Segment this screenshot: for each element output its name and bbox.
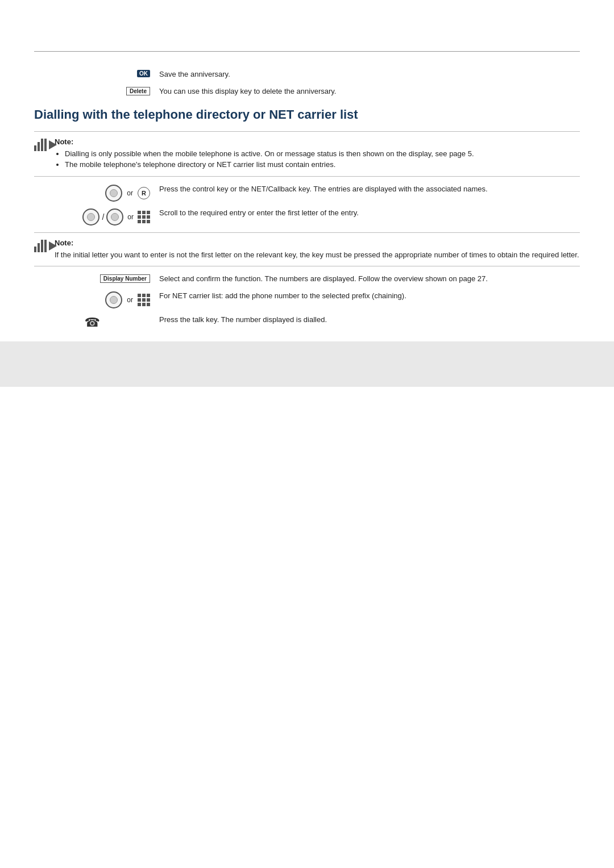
net-left: or [34, 290, 159, 308]
or-text-1: or [127, 189, 133, 197]
nav-circle-1 [105, 185, 122, 202]
bars-icon-1 [34, 139, 47, 151]
delete-row: Delete You can use this display key to d… [34, 86, 580, 97]
phone-icon: ☎ [85, 315, 100, 330]
note-item-1-0: Dialling is only possible when the mobil… [65, 148, 580, 160]
note-list-1: Dialling is only possible when the mobil… [65, 148, 580, 170]
talk-row: ☎ Press the talk key. The number display… [34, 314, 580, 330]
control-r-left: or R [34, 183, 159, 202]
net-right: For NET carrier list: add the phone numb… [159, 290, 580, 302]
talk-left: ☎ [34, 314, 159, 330]
delete-left: Delete [34, 86, 159, 95]
ok-row: OK Save the anniversary. [34, 69, 580, 80]
control-r-right: Press the control key or the NET/Callbac… [159, 183, 580, 195]
nav-circle-3 [106, 208, 123, 226]
content-area: OK Save the anniversary. Delete You can … [34, 52, 580, 330]
scroll-right: Scroll to the required entry or enter th… [159, 207, 580, 219]
or-text-3: or [127, 296, 133, 304]
display-number-right: Select and confirm the function. The num… [159, 273, 580, 285]
note-content-1: Note: Dialling is only possible when the… [55, 137, 580, 170]
scroll-row: / or Scroll to the required entry or ent… [34, 207, 580, 226]
section-title: Dialling with the telephone directory or… [34, 107, 580, 123]
talk-right: Press the talk key. The number displayed… [159, 314, 580, 326]
r-circle: R [138, 187, 150, 199]
note-item-1-1: The mobile telephone's telephone directo… [65, 159, 580, 170]
page-container: OK Save the anniversary. Delete You can … [0, 51, 614, 868]
ok-left: OK [34, 69, 159, 77]
note-icon-1 [34, 137, 55, 151]
display-number-key: Display Number [100, 274, 150, 283]
ok-right: Save the anniversary. [159, 69, 580, 80]
note-title-1: Note: [55, 137, 580, 146]
grey-section [0, 341, 614, 387]
scroll-left: / or [34, 207, 159, 226]
delete-key-label: Delete [126, 87, 150, 95]
control-r-row: or R Press the control key or the NET/Ca… [34, 183, 580, 202]
note-content-2: Note: If the initial letter you want to … [55, 239, 580, 261]
net-row: or For NET carrier list: add the phone n… [34, 290, 580, 308]
grid-icon-2 [138, 294, 150, 306]
ok-badge: OK [137, 70, 150, 77]
display-number-row: Display Number Select and confirm the fu… [34, 273, 580, 285]
note-title-2: Note: [55, 239, 580, 247]
display-number-left: Display Number [34, 273, 159, 283]
nav-circle-2 [82, 208, 99, 226]
slash-1: / [102, 212, 104, 222]
note-text-2: If the initial letter you want to enter … [55, 249, 580, 261]
bars-icon-2 [34, 240, 47, 252]
note-box-1: Note: Dialling is only possible when the… [34, 131, 580, 177]
delete-right: You can use this display key to delete t… [159, 86, 580, 97]
note-box-2: Note: If the initial letter you want to … [34, 232, 580, 267]
nav-circle-4 [105, 291, 122, 308]
note-icon-2 [34, 239, 55, 252]
or-text-2: or [127, 213, 134, 221]
grid-icon-1 [138, 211, 150, 223]
